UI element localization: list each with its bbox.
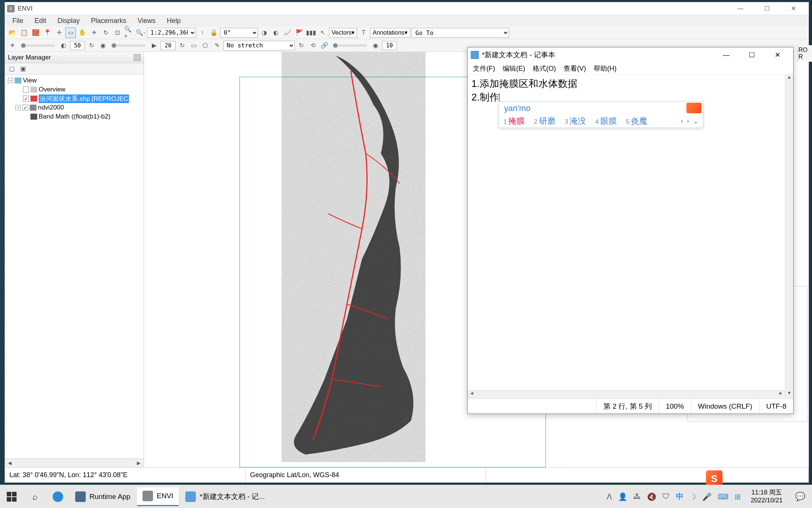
notepad-vscroll[interactable]: ▲ ▼ [785, 75, 793, 398]
search-button[interactable]: ⌕ [23, 485, 47, 508]
ime-cand-1[interactable]: 1掩膜 [503, 116, 525, 127]
sharpen-value[interactable] [382, 41, 397, 50]
scroll-right-icon[interactable]: ► [135, 460, 142, 467]
cursor-icon[interactable]: ↖ [317, 27, 328, 38]
np-menu-help[interactable]: 帮助(H) [590, 63, 620, 74]
pan-icon[interactable]: ✋ [77, 27, 88, 38]
menu-display[interactable]: Display [52, 15, 85, 26]
np-menu-file[interactable]: 文件(F) [469, 63, 499, 74]
checkbox-on-icon[interactable]: ✓ [23, 96, 29, 102]
notepad-minimize-button[interactable]: — [714, 47, 739, 62]
brightness-icon[interactable]: ☀ [7, 40, 18, 51]
select-icon[interactable]: ▭ [65, 27, 76, 38]
refresh-1-icon[interactable]: ↻ [86, 40, 97, 51]
notepad-hscroll[interactable]: ◄ ► [468, 390, 785, 398]
lm-tool-1-icon[interactable]: ▢ [6, 64, 17, 74]
menu-file[interactable]: File [7, 15, 29, 26]
menu-views[interactable]: Views [132, 15, 161, 26]
tree-node-ndvi[interactable]: − ✓ ndvi2000 [6, 103, 142, 112]
sharpen-slider[interactable] [333, 44, 367, 47]
close-button[interactable]: ✕ [780, 2, 806, 15]
tray-mic-icon[interactable]: 🎤 [702, 492, 712, 501]
checkbox-on-icon[interactable]: ✓ [22, 105, 28, 111]
tree-node-layer-shp[interactable]: ✓ 汾河面状水系.shp [REPROJEC [6, 94, 142, 103]
minimize-button[interactable]: — [727, 2, 754, 15]
roi-new-icon[interactable]: ✎ [212, 40, 222, 51]
north-icon[interactable]: ↑ [197, 27, 208, 38]
ime-lang-indicator[interactable]: 中 [676, 491, 683, 502]
np-menu-edit[interactable]: 编辑(E) [499, 63, 529, 74]
brightness-slider[interactable] [21, 44, 55, 47]
scroll-down-icon[interactable]: ▼ [785, 390, 793, 398]
tool-b-icon[interactable]: ◐ [271, 27, 281, 38]
tool-a-icon[interactable]: ◑ [259, 27, 270, 38]
start-button[interactable] [0, 485, 23, 508]
refresh-2-icon[interactable]: ↻ [177, 40, 187, 51]
play-icon[interactable]: ▶ [149, 40, 159, 51]
notepad-maximize-button[interactable]: ☐ [739, 47, 765, 62]
roi-poly-icon[interactable]: ⬠ [200, 40, 211, 51]
pin-icon[interactable]: 📍 [42, 27, 53, 38]
link-icon[interactable]: 🔗 [319, 40, 330, 51]
tray-chevron-icon[interactable]: ᐱ [607, 492, 612, 501]
scroll-left-icon[interactable]: ◄ [6, 460, 13, 467]
ime-candidate-window[interactable]: yan'mo 1掩膜 2研磨 3淹没 4眼膜 5炎魔 ‹ › ⌄ [498, 102, 703, 128]
roi-rect-icon[interactable]: ▭ [188, 40, 199, 51]
envi-titlebar[interactable]: E ENVI — ☐ ✕ [5, 2, 809, 15]
ime-expand-icon[interactable]: ⌄ [693, 117, 698, 125]
collapse-icon[interactable]: − [8, 78, 13, 83]
vectors-dropdown[interactable]: Vectors ▾ [329, 28, 357, 38]
panel-options-icon[interactable] [134, 54, 141, 61]
layer-tree[interactable]: − View Overview ✓ 汾河面状水系.shp [REPROJEC [5, 75, 144, 458]
notepad-titlebar[interactable]: *新建文本文档 - 记事本 — ☐ ✕ [468, 47, 793, 62]
chart-icon[interactable]: 📈 [282, 27, 293, 38]
taskbar-clock[interactable]: 11:18 周五 2022/10/21 [747, 489, 786, 504]
rotate-icon[interactable]: ↻ [100, 27, 111, 38]
tray-keyboard-icon[interactable]: ⌨ [718, 492, 729, 501]
taskbar-runtime-app[interactable]: Runtime App [70, 487, 136, 506]
chip-icon[interactable]: 🧱 [30, 27, 41, 38]
barcode-icon[interactable]: ▮▮▮ [306, 27, 316, 38]
notepad-close-button[interactable]: ✕ [765, 47, 790, 62]
tray-people-icon[interactable]: 👤 [618, 492, 627, 501]
notification-button[interactable]: 💬 [792, 489, 807, 504]
checkbox-off-icon[interactable] [23, 87, 29, 93]
zoom-out-icon[interactable]: 🔍- [135, 27, 146, 38]
reload-icon[interactable]: ↻ [296, 40, 306, 51]
tree-node-view[interactable]: − View [6, 76, 142, 85]
taskbar-envi[interactable]: ENVI [137, 487, 179, 506]
maximize-button[interactable]: ☐ [754, 2, 780, 15]
scale-select[interactable]: 1:2,296,360 [147, 28, 196, 38]
reset-icon[interactable]: ⟲ [308, 40, 318, 51]
ime-cand-4[interactable]: 4眼膜 [595, 116, 617, 127]
lm-scrollbar[interactable]: ◄ ► [5, 458, 144, 467]
taskbar-edge[interactable] [47, 487, 68, 506]
zoom-in-icon[interactable]: 🔍+ [124, 27, 134, 38]
crosshair-icon[interactable]: ✛ [54, 27, 64, 38]
tree-node-overview[interactable]: Overview [6, 85, 142, 94]
tray-moon-icon[interactable]: ☽ [689, 492, 696, 501]
menu-placemarks[interactable]: Placemarks [86, 15, 132, 26]
menu-help[interactable]: Help [162, 15, 186, 26]
np-menu-format[interactable]: 格式(O) [529, 63, 560, 74]
scroll-up-icon[interactable]: ▲ [785, 75, 793, 83]
ime-cand-5[interactable]: 5炎魔 [626, 116, 647, 127]
brightness-value[interactable] [70, 41, 85, 50]
rotation-select[interactable]: 0° [220, 28, 258, 38]
text-icon[interactable]: T [358, 27, 369, 38]
gamma-slider[interactable] [112, 44, 145, 47]
flag-icon[interactable]: 🚩 [294, 27, 304, 38]
annotations-dropdown[interactable]: Annotations ▾ [370, 28, 410, 38]
tree-node-bandmath[interactable]: Band Math ((float(b1)-b2) [6, 112, 142, 121]
menu-edit[interactable]: Edit [29, 15, 52, 26]
lm-tool-2-icon[interactable]: ▣ [18, 64, 28, 74]
scroll-left-icon[interactable]: ◄ [468, 391, 476, 399]
tray-security-icon[interactable]: 🛡 [662, 492, 670, 501]
gamma-value[interactable] [161, 41, 176, 50]
taskbar-notepad[interactable]: *新建文本文档 - 记... [180, 487, 270, 506]
ime-cand-3[interactable]: 3淹没 [565, 116, 586, 127]
np-menu-view[interactable]: 查看(V) [560, 63, 590, 74]
gamma-icon[interactable]: ◉ [98, 40, 108, 51]
sharpen-icon[interactable]: ◉ [370, 40, 381, 51]
stretch-select[interactable]: No stretch [223, 41, 295, 50]
